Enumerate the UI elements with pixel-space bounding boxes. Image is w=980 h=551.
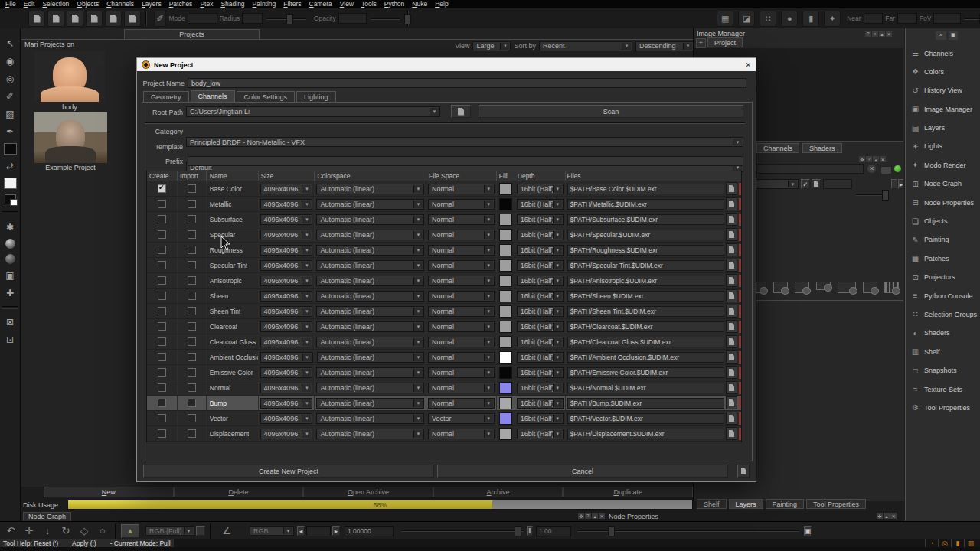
memory-status-icon[interactable]: ▮ (951, 539, 964, 547)
menu-item[interactable]: Filters (279, 0, 305, 8)
import-checkbox[interactable] (188, 383, 196, 392)
category-select[interactable]: Principled BRDF - Non-Metallic - VFX▼ (186, 137, 743, 147)
create-checkbox[interactable] (158, 414, 166, 422)
create-checkbox[interactable] (158, 230, 166, 239)
depth-select[interactable]: 16bit (Half)▼ (517, 383, 564, 393)
channel-row[interactable]: Specular 4096x4096▼ Automatic (linear)▼ … (147, 227, 741, 243)
import-checkbox[interactable] (188, 246, 196, 254)
lighting-icon[interactable]: ✦ (824, 11, 841, 27)
filespace-select[interactable]: Normal▼ (428, 199, 495, 210)
file-path-field[interactable]: $PATH/Bump.$UDIM.exr (567, 398, 724, 409)
project-action-button[interactable]: Archive (433, 487, 564, 497)
menu-item[interactable]: Objects (73, 0, 103, 8)
panel-tab[interactable]: Shaders (802, 143, 842, 153)
sidebar-item[interactable]: ✎ Painting (906, 234, 980, 246)
channel-row[interactable]: Displacement 4096x4096▼ Automatic (linea… (147, 426, 741, 442)
channel-row[interactable]: Emissive Color 4096x4096▼ Automatic (lin… (147, 365, 741, 380)
dialog-tab[interactable]: Geometry (143, 91, 189, 103)
prev-arrow-button[interactable]: ◂ (297, 526, 305, 536)
fill-color-swatch[interactable] (499, 214, 512, 226)
eyedropper-tool-icon[interactable]: ✒ (3, 126, 17, 138)
filespace-select[interactable]: Normal▼ (428, 367, 495, 378)
fill-color-swatch[interactable] (499, 305, 512, 318)
size-select[interactable]: 4096x4096▼ (260, 184, 313, 194)
exposure-slider[interactable] (401, 530, 524, 532)
menu-item[interactable]: Edit (20, 0, 39, 8)
filespace-select[interactable]: Normal▼ (428, 306, 495, 317)
file-browse-button[interactable] (726, 213, 737, 226)
file-path-field[interactable]: $PATH/Sheen.$UDIM.exr (567, 291, 724, 302)
create-checkbox[interactable] (158, 184, 166, 193)
size-select[interactable]: 4096x4096▼ (260, 230, 313, 240)
depth-select[interactable]: 16bit (Half)▼ (517, 429, 564, 439)
colorspace-select[interactable]: Automatic (linear)▼ (316, 276, 424, 286)
create-checkbox[interactable] (158, 261, 166, 269)
menu-item[interactable]: Nuke (408, 0, 431, 8)
depth-select[interactable]: 16bit (Half)▼ (517, 337, 564, 347)
file-path-field[interactable]: $PATH/Specular Tint.$UDIM.exr (567, 260, 724, 271)
radius-slider[interactable] (266, 18, 306, 20)
import-checkbox[interactable] (188, 322, 196, 331)
menu-item[interactable]: Painting (249, 0, 280, 8)
colorspace-select[interactable]: Automatic (linear)▼ (316, 291, 424, 302)
dice-icon[interactable]: ∷ (760, 11, 776, 27)
filespace-select[interactable]: Normal▼ (428, 245, 495, 256)
rotate-icon[interactable]: ↻ (58, 524, 74, 538)
size-select[interactable]: 4096x4096▼ (260, 306, 313, 317)
toolbar-divider[interactable] (2, 211, 18, 214)
small-button-1[interactable]: ✓ (801, 179, 810, 189)
active-tool-button[interactable]: ▲ (121, 524, 139, 538)
import-checkbox[interactable] (188, 368, 196, 377)
fill-color-swatch[interactable] (499, 321, 512, 333)
menu-item[interactable]: Camera (305, 0, 335, 8)
isolate-selection-icon[interactable]: ⊡ (3, 334, 17, 346)
filespace-select[interactable]: Normal▼ (428, 429, 495, 439)
grid-icon[interactable] (884, 282, 899, 293)
sidebar-item[interactable]: ⊟ Node Properties (906, 197, 980, 208)
file-path-field[interactable]: $PATH/Vector.$UDIM.exr (567, 413, 724, 424)
size-select[interactable]: 4096x4096▼ (260, 352, 313, 363)
zoom-level-field[interactable]: 1.00000 (345, 526, 394, 536)
filespace-select[interactable]: Normal▼ (428, 321, 495, 332)
size-select[interactable]: 4096x4096▼ (260, 214, 313, 225)
sidebar-item[interactable]: ≡ Python Console (906, 290, 980, 302)
colorspace-select[interactable]: Automatic (linear)▼ (316, 260, 424, 271)
sort-order-select[interactable]: Descending▼ (635, 41, 694, 51)
channel-row[interactable]: Base Color 4096x4096▼ Automatic (linear)… (147, 181, 741, 197)
depth-select[interactable]: 16bit (Half)▼ (517, 291, 564, 302)
next-arrow-button[interactable]: ▸ (332, 526, 340, 536)
dialog-titlebar[interactable]: New Project ✕ (137, 58, 756, 71)
size-select[interactable]: 4096x4096▼ (260, 199, 313, 210)
dock-tab[interactable]: Tool Properties (806, 499, 866, 509)
colorspace-select[interactable]: Automatic (linear)▼ (316, 337, 424, 347)
colorspace-select[interactable]: Automatic (linear)▼ (316, 306, 424, 317)
menu-item[interactable]: Shading (217, 0, 248, 8)
create-checkbox[interactable] (158, 368, 166, 377)
fill-color-swatch[interactable] (499, 259, 512, 272)
file-browse-button[interactable] (726, 197, 737, 210)
import-checkbox[interactable] (188, 292, 196, 300)
node-properties-controls[interactable]: ✜?▴✕ (578, 513, 605, 519)
clone-tool-icon[interactable] (5, 254, 15, 264)
right-panel-controls[interactable]: ✜▴✕ (877, 513, 897, 519)
archive-icon[interactable] (124, 11, 141, 27)
depth-select[interactable]: 16bit (Half)▼ (517, 184, 564, 194)
colorspace-select[interactable]: Automatic (linear)▼ (316, 230, 424, 240)
small-button-2[interactable] (812, 179, 821, 189)
node-icon-4[interactable] (816, 282, 831, 290)
fill-color-swatch[interactable] (499, 290, 512, 302)
cancel-button[interactable]: Cancel (437, 465, 728, 478)
size-select[interactable]: 4096x4096▼ (260, 367, 313, 378)
import-checkbox[interactable] (188, 429, 196, 438)
depth-select[interactable]: 16bit (Half)▼ (517, 413, 564, 424)
fill-color-swatch[interactable] (499, 275, 512, 287)
file-browse-button[interactable] (726, 243, 737, 256)
colorspace-select[interactable]: Automatic (linear)▼ (316, 184, 424, 194)
colorspace-select[interactable]: Automatic (linear)▼ (316, 214, 424, 225)
rotate-view-tool-icon[interactable]: ◎ (3, 73, 17, 85)
scan-button[interactable]: Scan (479, 105, 743, 118)
opacity-slider[interactable] (371, 18, 400, 20)
import-checkbox[interactable] (188, 337, 196, 346)
file-browse-button[interactable] (726, 182, 737, 195)
fov-slider[interactable] (964, 18, 980, 20)
